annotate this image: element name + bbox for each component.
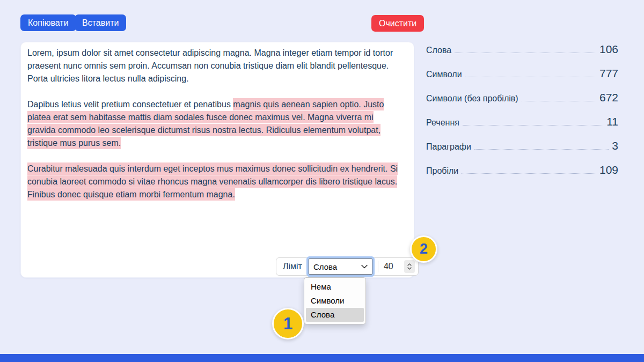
stat-value: 106 (599, 43, 618, 56)
stat-value: 672 (599, 91, 618, 104)
bottom-bar (0, 354, 644, 362)
badge-number: 1 (283, 314, 292, 334)
stat-label: Символи (426, 70, 462, 79)
number-stepper[interactable] (404, 260, 415, 273)
stat-label: Слова (426, 46, 451, 55)
chevron-down-icon (361, 264, 368, 269)
limit-select-dropdown: Нема Символи Слова (304, 277, 366, 324)
stat-value: 777 (599, 67, 618, 80)
limit-select-value: Слова (313, 262, 337, 271)
stat-value: 3 (612, 139, 618, 152)
stat-value: 109 (599, 164, 618, 176)
dotted-leader (522, 101, 596, 101)
limit-type-select[interactable]: Слова (309, 258, 372, 275)
clear-button[interactable]: Очистити (371, 15, 424, 32)
paragraph: Lorem, ipsum dolor sit amet consectetur … (27, 47, 402, 85)
dotted-leader (474, 149, 609, 150)
dotted-leader (455, 53, 596, 53)
paragraph-text: Lorem, ipsum dolor sit amet consectetur … (27, 48, 393, 83)
stat-row-characters: Символи 777 (426, 67, 618, 82)
step-badge-2: 2 (410, 235, 437, 263)
stat-row-sentences: Речення 11 (426, 115, 618, 130)
stat-row-characters-no-spaces: Символи (без пробілів) 672 (426, 91, 618, 106)
limit-number-input[interactable]: 40 (384, 262, 402, 271)
paragraph: Curabitur malesuada quis interdum eget i… (27, 162, 402, 201)
dotted-leader (465, 77, 596, 77)
stat-value: 11 (606, 115, 618, 128)
text-editor[interactable]: Lorem, ipsum dolor sit amet consectetur … (20, 42, 414, 278)
stat-label: Параграфи (426, 142, 471, 152)
dotted-leader (462, 173, 596, 174)
dropdown-option-characters[interactable]: Символи (306, 294, 364, 308)
stat-label: Речення (426, 118, 459, 128)
stat-row-words: Слова 106 (426, 43, 618, 58)
limit-label: Ліміт (276, 262, 309, 271)
dotted-leader (463, 125, 603, 125)
highlighted-text: Curabitur malesuada quis interdum eget i… (27, 162, 398, 201)
paragraph-text: Dapibus letius velit pretium consectetue… (27, 100, 233, 109)
limit-control-group: Ліміт Слова 40 (276, 257, 419, 276)
chevron-up-icon (407, 263, 412, 266)
paragraph: Dapibus letius velit pretium consectetue… (27, 98, 402, 150)
dropdown-option-none[interactable]: Нема (306, 280, 364, 294)
copy-button[interactable]: Копіювати (20, 14, 76, 31)
stat-row-paragraphs: Параграфи 3 (426, 139, 618, 154)
badge-number: 2 (420, 241, 428, 257)
stat-label: Пробіли (426, 166, 458, 176)
divider (378, 261, 378, 272)
step-badge-1: 1 (272, 308, 304, 339)
chevron-down-icon (407, 267, 412, 270)
stat-label: Символи (без пробілів) (426, 94, 518, 104)
stats-panel: Слова 106 Символи 777 Символи (без пробі… (426, 43, 618, 188)
paste-button[interactable]: Вставити (75, 14, 126, 31)
stat-row-spaces: Пробіли 109 (426, 164, 618, 179)
dropdown-option-words[interactable]: Слова (306, 308, 364, 322)
